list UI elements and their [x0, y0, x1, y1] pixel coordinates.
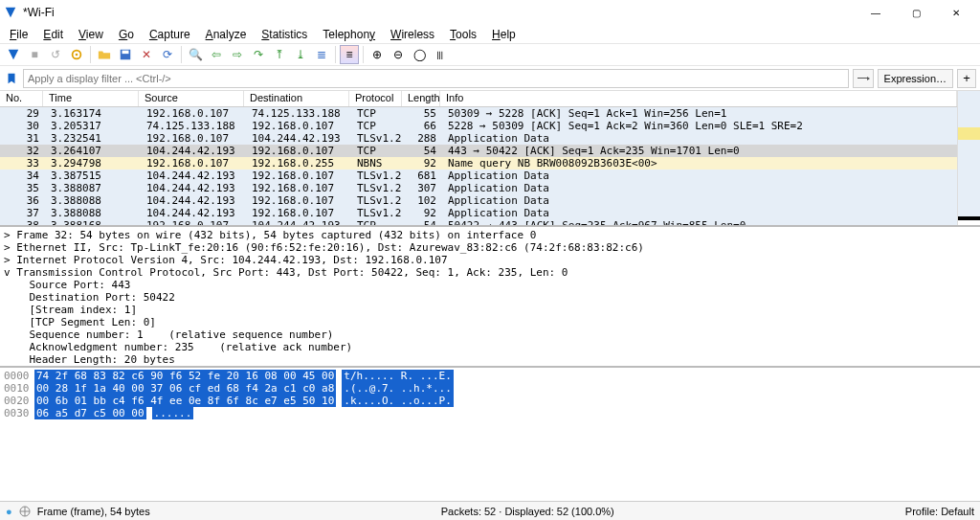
find-packet-icon[interactable]: 🔍 [186, 45, 205, 64]
packet-row[interactable]: 293.163174192.168.0.10774.125.133.188TCP… [0, 107, 957, 120]
menu-file[interactable]: File [4, 26, 33, 43]
menu-go[interactable]: Go [113, 26, 140, 43]
toolbar: ■ ↺ ✕ ⟳ 🔍 ⇦ ⇨ ↷ ⤒ ⤓ ≣ ≡ ⊕ ⊖ ◯ ⫼ [0, 43, 980, 66]
packet-detail-pane[interactable]: > Frame 32: 54 bytes on wire (432 bits),… [0, 227, 980, 368]
separator [181, 46, 182, 63]
col-header-protocol[interactable]: Protocol [349, 91, 402, 106]
go-last-icon[interactable]: ⤓ [291, 45, 310, 64]
detail-line[interactable]: Header Length: 20 bytes [4, 353, 976, 366]
menu-tools[interactable]: Tools [444, 26, 482, 43]
svg-rect-3 [122, 51, 129, 55]
close-button[interactable]: ✕ [936, 2, 976, 23]
titlebar: *Wi-Fi — ▢ ✕ [0, 0, 980, 25]
reload-icon[interactable]: ⟳ [158, 45, 177, 64]
start-capture-icon[interactable] [4, 45, 23, 64]
app-icon [4, 6, 17, 19]
open-file-icon[interactable] [95, 45, 114, 64]
packet-row[interactable]: 333.294798192.168.0.107192.168.0.255NBNS… [0, 157, 957, 170]
detail-line[interactable]: > Frame 32: 54 bytes on wire (432 bits),… [4, 229, 976, 241]
go-next-icon[interactable]: ⇨ [228, 45, 247, 64]
hex-row[interactable]: 000074 2f 68 83 82 c6 90 f6 52 fe 20 16 … [4, 370, 976, 382]
packet-row[interactable]: 373.388088104.244.42.193192.168.0.107TLS… [0, 207, 957, 219]
hex-row[interactable]: 002000 6b 01 bb c4 f6 4f ee 0e 8f 6f 8c … [4, 395, 976, 407]
status-profile-label[interactable]: Profile: Default [905, 506, 974, 517]
bookmark-icon[interactable] [4, 71, 19, 86]
goto-packet-icon[interactable]: ↷ [249, 45, 268, 64]
packet-list-pane: No. Time Source Destination Protocol Len… [0, 91, 980, 227]
detail-line[interactable]: Destination Port: 50422 [4, 291, 976, 304]
packet-row[interactable]: 343.387515104.244.42.193192.168.0.107TLS… [0, 170, 957, 182]
detail-line[interactable]: v Transmission Control Protocol, Src Por… [4, 266, 976, 279]
packet-row[interactable]: 313.232541192.168.0.107104.244.42.193TLS… [0, 132, 957, 145]
col-header-info[interactable]: Info [440, 91, 957, 106]
hex-row[interactable]: 003006 a5 d7 c5 00 00...... [4, 407, 976, 419]
packet-row[interactable]: 363.388088104.244.42.193192.168.0.107TLS… [0, 194, 957, 207]
detail-line[interactable]: [TCP Segment Len: 0] [4, 316, 976, 328]
menu-analyze[interactable]: Analyze [200, 26, 253, 43]
menu-statistics[interactable]: Statistics [256, 26, 313, 43]
stop-capture-icon[interactable]: ■ [25, 45, 44, 64]
packet-list-header: No. Time Source Destination Protocol Len… [0, 91, 957, 107]
menu-wireless[interactable]: Wireless [385, 26, 440, 43]
packet-row[interactable]: 353.388087104.244.42.193192.168.0.107TLS… [0, 182, 957, 194]
color-gutter [957, 91, 980, 225]
detail-line[interactable]: Sequence number: 1 (relative sequence nu… [4, 328, 976, 341]
col-header-length[interactable]: Length [402, 91, 440, 106]
status-ready-icon: ● [6, 506, 12, 517]
detail-line[interactable]: > Ethernet II, Src: Tp-LinkT_fe:20:16 (9… [4, 241, 976, 254]
packet-row[interactable]: 323.264107104.244.42.193192.168.0.107TCP… [0, 145, 957, 157]
filter-bar: Expression… + [0, 66, 980, 91]
col-header-source[interactable]: Source [139, 91, 244, 106]
detail-line[interactable]: [Stream index: 1] [4, 304, 976, 316]
menu-view[interactable]: View [73, 26, 109, 43]
svg-rect-4 [858, 78, 867, 79]
resize-columns-icon[interactable]: ⫼ [431, 45, 450, 64]
zoom-out-icon[interactable]: ⊖ [389, 45, 408, 64]
close-file-icon[interactable]: ✕ [137, 45, 156, 64]
window-title: *Wi-Fi [23, 6, 856, 19]
display-filter-input[interactable] [23, 69, 849, 88]
autoscroll-icon[interactable]: ≣ [312, 45, 331, 64]
expression-button[interactable]: Expression… [878, 69, 953, 88]
packet-list-body[interactable]: 293.163174192.168.0.10774.125.133.188TCP… [0, 107, 957, 225]
col-header-no[interactable]: No. [0, 91, 43, 106]
hex-row[interactable]: 001000 28 1f 1a 40 00 37 06 cf ed 68 f4 … [4, 382, 976, 395]
go-prev-icon[interactable]: ⇦ [207, 45, 226, 64]
svg-point-1 [76, 54, 78, 57]
capture-options-icon[interactable] [67, 45, 86, 64]
maximize-button[interactable]: ▢ [896, 2, 936, 23]
menubar: File Edit View Go Capture Analyze Statis… [0, 25, 980, 43]
packet-hex-pane[interactable]: 000074 2f 68 83 82 c6 90 f6 52 fe 20 16 … [0, 368, 980, 501]
colorize-icon[interactable]: ≡ [340, 45, 359, 64]
separator [363, 46, 364, 63]
separator [335, 46, 336, 63]
packet-row[interactable]: 303.20531774.125.133.188192.168.0.107TCP… [0, 120, 957, 132]
menu-telephony[interactable]: Telephony [317, 26, 381, 43]
col-header-time[interactable]: Time [43, 91, 139, 106]
zoom-in-icon[interactable]: ⊕ [368, 45, 387, 64]
go-first-icon[interactable]: ⤒ [270, 45, 289, 64]
zoom-reset-icon[interactable]: ◯ [410, 45, 429, 64]
expert-info-icon[interactable] [18, 505, 32, 518]
status-frame-label: Frame (frame), 54 bytes [37, 506, 150, 517]
menu-help[interactable]: Help [486, 26, 522, 43]
statusbar: ● Frame (frame), 54 bytes Packets: 52 · … [0, 501, 980, 520]
separator [90, 46, 91, 63]
status-packets-label: Packets: 52 · Displayed: 52 (100.0%) [160, 506, 896, 517]
packet-row[interactable]: 383.388168192.168.0.107104.244.42.193TCP… [0, 219, 957, 225]
detail-line[interactable]: Acknowledgment number: 235 (relative ack… [4, 341, 976, 353]
save-file-icon[interactable] [116, 45, 135, 64]
minimize-button[interactable]: — [856, 2, 896, 23]
restart-capture-icon[interactable]: ↺ [46, 45, 65, 64]
detail-line[interactable]: > Internet Protocol Version 4, Src: 104.… [4, 254, 976, 266]
detail-line[interactable]: Source Port: 443 [4, 279, 976, 291]
col-header-destination[interactable]: Destination [244, 91, 349, 106]
menu-edit[interactable]: Edit [37, 26, 69, 43]
menu-capture[interactable]: Capture [144, 26, 196, 43]
add-filter-button[interactable]: + [957, 69, 976, 88]
filter-dropdown-icon[interactable] [853, 69, 874, 88]
